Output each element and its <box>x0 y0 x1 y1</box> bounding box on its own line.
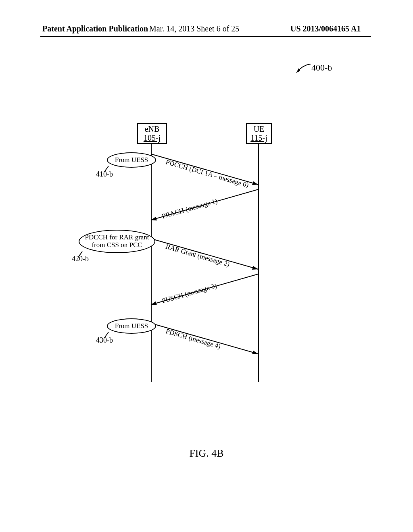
annotation-410b-bubble: From UESS <box>107 152 156 168</box>
annotation-420b-text: PDCCH for RAR grant from CSS on PCC <box>81 234 153 249</box>
enb-lifeline <box>151 144 152 382</box>
enb-title: eNB <box>140 125 165 133</box>
annotation-430b-ref: 430-b <box>96 336 113 345</box>
ue-box: UE 115-j <box>246 123 272 144</box>
svg-marker-6 <box>252 266 258 270</box>
annotation-420b-ref: 420-b <box>72 255 89 263</box>
svg-marker-2 <box>252 181 258 185</box>
message-1-label: PRACH (message 1) <box>161 186 256 220</box>
annotation-410b-ref: 410-b <box>96 170 113 179</box>
annotation-420b-bubble: PDCCH for RAR grant from CSS on PCC <box>79 230 155 253</box>
figure-reference-label: 400-b <box>311 62 332 73</box>
header-right: US 2013/0064165 A1 <box>290 24 361 33</box>
message-0-label: PDCCH (DCI 1A – message 0) <box>165 158 260 192</box>
figure-caption: FIG. 4B <box>0 447 413 459</box>
ue-id: 115-j <box>248 133 269 142</box>
enb-id: 105-j <box>140 133 165 142</box>
header-left: Patent Application Publication <box>42 24 148 33</box>
svg-line-5 <box>151 239 258 269</box>
message-4: PDSCH (message 4) <box>151 322 258 354</box>
message-3: PUSCH (message 3) <box>151 273 258 305</box>
svg-marker-10 <box>252 351 258 354</box>
message-4-label: PDSCH (message 4) <box>165 327 260 362</box>
ue-lifeline <box>258 144 259 382</box>
message-1: PRACH (message 1) <box>151 189 258 220</box>
message-2-label: RAR Grant (message 2) <box>165 243 260 277</box>
page: Patent Application Publication Mar. 14, … <box>0 0 413 532</box>
enb-box: eNB 105-j <box>137 123 167 144</box>
message-3-label: PUSCH (message 3) <box>161 271 256 305</box>
figure-reference-arrow-icon <box>295 62 311 75</box>
message-2: RAR Grant (message 2) <box>151 238 258 269</box>
annotation-430b-text: From UESS <box>115 322 148 330</box>
svg-line-9 <box>151 323 258 354</box>
svg-line-7 <box>151 274 258 305</box>
header-rule <box>40 36 371 37</box>
annotation-430b-bubble: From UESS <box>107 318 156 334</box>
svg-line-1 <box>151 154 258 185</box>
ue-title: UE <box>248 125 269 133</box>
svg-marker-4 <box>151 217 157 220</box>
svg-marker-0 <box>296 68 300 73</box>
svg-marker-8 <box>151 301 157 305</box>
message-0: PDCCH (DCI 1A – message 0) <box>151 153 258 185</box>
annotation-410b-text: From UESS <box>115 156 148 164</box>
header-mid: Mar. 14, 2013 Sheet 6 of 25 <box>149 24 239 33</box>
svg-line-3 <box>151 189 258 220</box>
